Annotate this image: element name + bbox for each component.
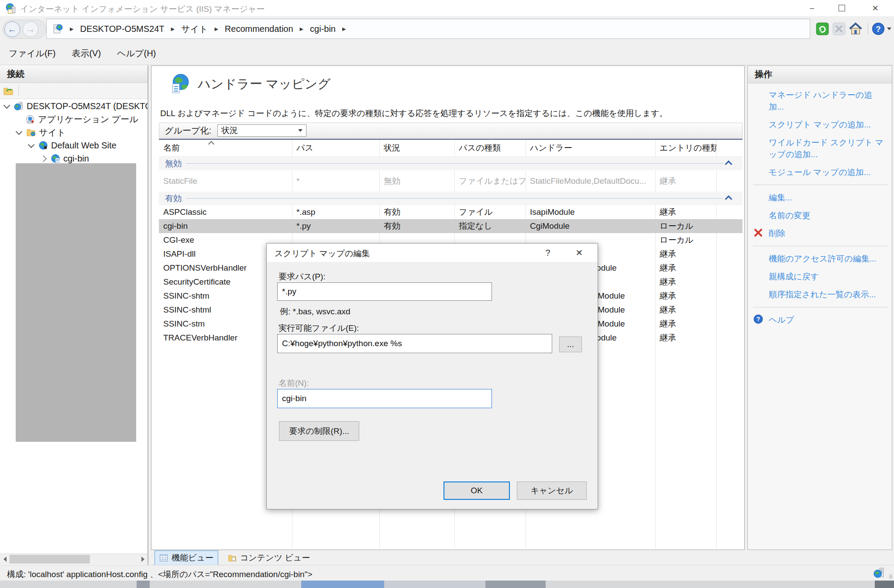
tree-item-label[interactable]: cgi-bin bbox=[63, 154, 89, 164]
tree-item-label[interactable]: DESKTOP-O5MS24T (DESKTOI bbox=[27, 101, 148, 111]
close-button[interactable]: ✕ bbox=[856, 0, 894, 16]
action-link[interactable]: 機能のアクセス許可の編集... bbox=[748, 250, 892, 268]
column-header[interactable]: エントリの種類 bbox=[655, 142, 716, 154]
column-header[interactable]: 状況 bbox=[379, 142, 454, 154]
horizontal-scrollbar[interactable] bbox=[0, 554, 148, 564]
column-header[interactable]: パスの種類 bbox=[454, 142, 526, 154]
tree-item-label[interactable]: アプリケーション プール bbox=[38, 113, 138, 125]
breadcrumb-label[interactable]: cgi-bin bbox=[310, 24, 336, 34]
column-header[interactable]: ハンドラー bbox=[526, 142, 655, 154]
taskbar-segment bbox=[485, 581, 546, 588]
action-label[interactable]: 削除 bbox=[769, 227, 886, 239]
tree-item[interactable]: Default Web Site bbox=[0, 139, 148, 152]
tree-item-label[interactable]: Default Web Site bbox=[51, 141, 117, 151]
tree-expander-icon[interactable] bbox=[3, 102, 10, 109]
forward-button[interactable]: → bbox=[23, 21, 38, 37]
breadcrumb-label[interactable]: サイト bbox=[181, 23, 208, 35]
feature-description: DLL およびマネージド コードのように、特定の要求の種類に対する応答を処理する… bbox=[160, 108, 667, 119]
action-label[interactable]: モジュール マップの追加... bbox=[769, 166, 886, 178]
tree-expander-icon[interactable] bbox=[28, 141, 35, 148]
cell-name[interactable]: cgi-bin bbox=[159, 219, 292, 233]
tree-item[interactable]: DESKTOP-O5MS24T (DESKTOI bbox=[0, 100, 148, 113]
back-button[interactable]: ← bbox=[4, 21, 20, 37]
dialog-close-button[interactable]: ✕ bbox=[571, 244, 588, 262]
table-row[interactable]: cgi-bin *.py 有効 指定なし CgiModule ローカル bbox=[159, 219, 743, 233]
request-path-input[interactable] bbox=[277, 282, 492, 301]
action-link[interactable]: ワイルドカード スクリプト マップの追加... bbox=[748, 134, 892, 163]
help-dropdown-icon[interactable] bbox=[887, 28, 891, 30]
actions-divider bbox=[753, 185, 887, 185]
help-button[interactable] bbox=[870, 21, 886, 37]
menu-item[interactable]: ファイル(F) bbox=[9, 48, 55, 59]
ok-button[interactable]: OK bbox=[444, 481, 510, 500]
cancel-button[interactable]: キャンセル bbox=[517, 481, 587, 500]
action-label[interactable]: マネージド ハンドラーの追加... bbox=[769, 89, 886, 113]
group-by-dropdown[interactable]: 状況 bbox=[217, 124, 306, 137]
action-link[interactable]: マネージド ハンドラーの追加... bbox=[748, 86, 892, 116]
cell-name[interactable]: ASPClassic bbox=[159, 205, 292, 219]
breadcrumb-item[interactable]: ▶ cgi-bin bbox=[300, 24, 336, 34]
collapse-group-icon[interactable] bbox=[725, 161, 732, 168]
maximize-icon bbox=[839, 5, 845, 11]
action-label[interactable]: 編集... bbox=[769, 192, 886, 203]
action-label[interactable]: 順序指定された一覧の表示... bbox=[769, 289, 886, 300]
dialog-title-bar[interactable]: スクリプト マップの編集 ? ✕ bbox=[267, 244, 598, 262]
request-restrictions-label: 要求の制限(R)... bbox=[289, 426, 349, 437]
collapse-group-icon[interactable] bbox=[725, 196, 732, 203]
breadcrumb-label[interactable]: Recommendation bbox=[225, 24, 293, 34]
table-row[interactable]: StaticFile * 無効 ファイルまたはフ... StaticFileMo… bbox=[159, 170, 743, 192]
scroll-left-button[interactable] bbox=[0, 554, 10, 564]
column-header[interactable]: パス bbox=[292, 142, 379, 154]
request-restrictions-button[interactable]: 要求の制限(R)... bbox=[279, 421, 359, 441]
home-button[interactable] bbox=[848, 21, 863, 37]
dialog-help-button[interactable]: ? bbox=[539, 244, 557, 262]
action-label[interactable]: ヘルプ bbox=[769, 314, 886, 326]
tree-item[interactable]: アプリケーション プール bbox=[0, 113, 148, 126]
action-link[interactable]: モジュール マップの追加... bbox=[748, 163, 892, 181]
column-header[interactable]: 名前 bbox=[159, 142, 292, 154]
action-link[interactable]: 順序指定された一覧の表示... bbox=[748, 285, 892, 303]
title-bar[interactable]: インターネット インフォメーション サービス (IIS) マネージャー – ✕ bbox=[0, 0, 894, 16]
cell-name[interactable]: StaticFile bbox=[159, 170, 292, 192]
tree-expander-icon[interactable] bbox=[40, 155, 47, 162]
action-link[interactable]: 名前の変更 bbox=[748, 206, 892, 224]
table-row[interactable]: ASPClassic *.asp 有効 ファイル IsapiModule 継承 bbox=[159, 205, 743, 219]
menu-item[interactable]: 表示(V) bbox=[72, 48, 101, 59]
action-label[interactable]: 機能のアクセス許可の編集... bbox=[769, 253, 886, 265]
maximize-button[interactable] bbox=[827, 0, 856, 16]
breadcrumb-label[interactable]: DESKTOP-O5MS24T bbox=[80, 24, 164, 34]
breadcrumb[interactable]: ▶ DESKTOP-O5MS24T ▶ サイト ▶ Recommendation… bbox=[46, 19, 810, 39]
browse-button[interactable]: ... bbox=[559, 337, 582, 352]
breadcrumb-item[interactable]: ▶ サイト bbox=[171, 23, 208, 35]
action-label[interactable]: ワイルドカード スクリプト マップの追加... bbox=[769, 137, 886, 160]
breadcrumb-item[interactable]: ▶ Recommendation bbox=[214, 24, 293, 34]
refresh-icon bbox=[816, 22, 829, 35]
tree-item-label[interactable]: サイト bbox=[39, 127, 65, 138]
action-label[interactable]: スクリプト マップの追加... bbox=[769, 119, 886, 131]
action-label[interactable]: 名前の変更 bbox=[769, 210, 886, 221]
tree-expander-icon[interactable] bbox=[16, 128, 23, 135]
action-link[interactable]: ヘルプ bbox=[748, 311, 892, 329]
tab-content-view[interactable]: コンテンツ ビュー bbox=[224, 551, 314, 565]
menu-item[interactable]: ヘルプ(H) bbox=[117, 48, 156, 59]
breadcrumb-item[interactable]: ▶ DESKTOP-O5MS24T bbox=[70, 24, 165, 34]
cell-spacer bbox=[716, 317, 743, 331]
refresh-button[interactable] bbox=[815, 21, 830, 37]
scrollbar-thumb[interactable] bbox=[10, 555, 90, 564]
action-link[interactable]: 編集... bbox=[748, 189, 892, 206]
table-group-row[interactable]: 有効 bbox=[159, 192, 743, 205]
name-input[interactable] bbox=[277, 389, 492, 408]
resize-grip[interactable]: ⠿ bbox=[889, 574, 893, 580]
action-link[interactable]: 削除 bbox=[748, 224, 892, 242]
executable-input[interactable] bbox=[277, 334, 552, 353]
action-link[interactable]: スクリプト マップの追加... bbox=[748, 116, 892, 134]
scroll-right-button[interactable] bbox=[138, 554, 148, 564]
table-group-row[interactable]: 無効 bbox=[159, 157, 743, 170]
cell-spacer bbox=[716, 261, 743, 275]
tree-item[interactable]: サイト bbox=[0, 126, 148, 139]
action-link[interactable]: 親構成に戻す bbox=[748, 268, 892, 285]
tab-feature-view[interactable]: 機能ビュー bbox=[155, 550, 218, 565]
minimize-button[interactable]: – bbox=[797, 0, 827, 16]
action-label[interactable]: 親構成に戻す bbox=[769, 271, 886, 282]
add-connection-icon[interactable] bbox=[3, 86, 14, 96]
